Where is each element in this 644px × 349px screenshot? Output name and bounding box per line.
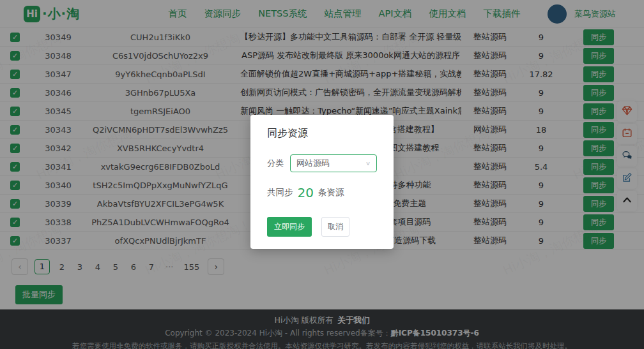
cancel-button[interactable]: 取消 xyxy=(321,217,349,237)
confirm-sync-button[interactable]: 立即同步 xyxy=(267,217,312,237)
sync-resource-modal: 同步资源 分类 网站源码 ∨ 共同步 20 条资源 立即同步 取消 xyxy=(250,115,394,249)
modal-title: 同步资源 xyxy=(267,127,377,140)
category-select[interactable]: 网站源码 ∨ xyxy=(290,154,377,172)
sync-count-suffix: 条资源 xyxy=(318,187,344,198)
sync-count: 20 xyxy=(298,185,314,200)
category-label: 分类 xyxy=(267,158,284,169)
chevron-down-icon: ∨ xyxy=(365,160,371,167)
category-selected-value: 网站源码 xyxy=(296,158,330,169)
sync-count-prefix: 共同步 xyxy=(267,187,293,198)
